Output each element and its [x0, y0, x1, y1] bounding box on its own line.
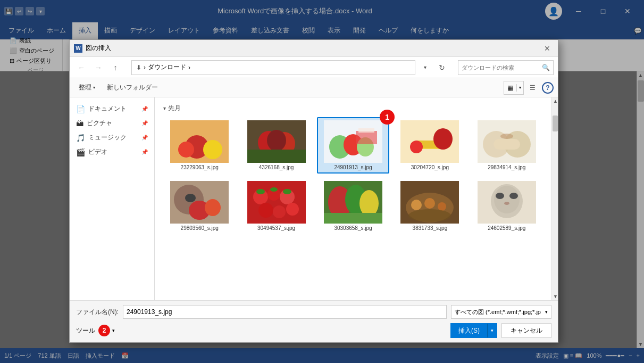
sidebar-item-documents[interactable]: 📄 ドキュメント 📌	[70, 102, 154, 116]
refresh-button[interactable]: ↻	[434, 60, 449, 75]
music-label: ミュージック	[88, 133, 127, 142]
insert-dropdown-button[interactable]: ▾	[488, 324, 497, 337]
filename-input[interactable]	[123, 305, 447, 319]
sidebar-item-music[interactable]: 🎵 ミュージック 📌	[70, 130, 154, 145]
organize-button[interactable]: 整理 ▾	[74, 81, 100, 95]
nav-back-button[interactable]: ←	[74, 60, 89, 75]
filetype-dropdown[interactable]: すべての図 (*.emf;*.wmf;*.jpg;*.jp ▾	[451, 305, 551, 319]
path-separator2: ›	[188, 64, 190, 71]
view-grid-icon: ▦	[507, 84, 513, 92]
svg-point-19	[410, 141, 423, 153]
svg-point-43	[359, 190, 379, 217]
file-thumb-3	[324, 120, 382, 163]
dialog-scroll-thumb[interactable]	[553, 116, 558, 131]
file-item-7[interactable]: 30494537_s.jpg	[240, 178, 312, 234]
dialog-app-icon: W	[74, 44, 82, 53]
insert-button-group: 挿入(S) ▾	[450, 323, 497, 338]
svg-rect-14	[358, 128, 374, 133]
footer-row1: ファイル名(N): すべての図 (*.emf;*.wmf;*.jpg;*.jp …	[76, 305, 551, 319]
svg-rect-13	[356, 131, 377, 144]
svg-point-55	[509, 193, 518, 199]
pin-icon-2: 📌	[141, 135, 148, 141]
documents-label: ドキュメント	[88, 104, 127, 113]
file-thumb-5	[478, 120, 536, 163]
video-icon: 🎬	[76, 148, 85, 156]
dialog-close-button[interactable]: ✕	[541, 42, 554, 55]
svg-point-7	[267, 130, 286, 151]
video-label: ビデオ	[88, 147, 107, 156]
svg-point-56	[504, 202, 509, 205]
help-button[interactable]: ?	[542, 82, 554, 94]
file-item-5[interactable]: 29834914_s.jpg	[471, 117, 543, 174]
path-dropdown-button[interactable]: ▾	[417, 60, 432, 75]
dialog-title: 図の挿入	[86, 44, 538, 53]
pin-icon-3: 📌	[141, 149, 148, 155]
file-thumb-1	[170, 120, 229, 163]
svg-point-50	[408, 209, 451, 222]
section-toggle[interactable]: ▾	[163, 105, 166, 111]
annotation-2: 2	[98, 325, 110, 336]
svg-point-38	[270, 187, 278, 192]
music-icon: 🎵	[76, 134, 85, 142]
file-name-4: 30204720_s.jpg	[411, 164, 449, 170]
view-buttons: ▦ ▾ ☰	[504, 81, 540, 95]
file-item-8[interactable]: 30303658_s.jpg	[317, 178, 389, 234]
sidebar-item-video[interactable]: 🎬 ビデオ 📌	[70, 145, 154, 159]
search-input[interactable]	[458, 64, 539, 71]
svg-point-2	[203, 140, 222, 159]
file-item-9[interactable]: 3831733_s.jpg	[394, 178, 466, 234]
tools-area: ツール 2 ▾	[76, 325, 115, 336]
new-folder-label: 新しいフォルダー	[107, 83, 158, 92]
dialog-scroll-up[interactable]: ▲	[552, 97, 558, 105]
file-thumb-10	[478, 181, 536, 224]
file-item-2[interactable]: 4326168_s.jpg	[240, 117, 312, 174]
organize-label: 整理	[79, 83, 91, 92]
tools-caret-icon[interactable]: ▾	[112, 328, 115, 333]
file-item-3[interactable]: 24901913_s.jpg	[317, 117, 389, 174]
file-thumb-8	[324, 181, 382, 224]
pin-icon-1: 📌	[141, 120, 148, 126]
file-thumb-6	[170, 181, 229, 224]
sidebar-item-pictures[interactable]: 🏔 ピクチャ 📌	[70, 116, 154, 130]
files-grid: 23229063_s.jpg 4326168_s	[159, 117, 547, 234]
insert-button[interactable]: 挿入(S)	[451, 324, 488, 337]
file-name-7: 30494537_s.jpg	[257, 225, 295, 231]
svg-point-24	[500, 134, 513, 139]
svg-rect-23	[494, 139, 520, 150]
file-item-6[interactable]: 29803560_s.jpg	[163, 178, 236, 234]
file-item-4[interactable]: 30204720_s.jpg	[394, 117, 466, 174]
svg-point-34	[258, 203, 273, 218]
nav-path[interactable]: ⬇ › ダウンロード ›	[131, 60, 415, 75]
svg-point-39	[283, 189, 291, 194]
pictures-icon: 🏔	[76, 119, 83, 128]
svg-point-53	[494, 186, 520, 213]
nav-forward-button[interactable]: →	[91, 60, 106, 75]
pin-icon-0: 📌	[141, 106, 148, 112]
svg-point-18	[433, 128, 453, 150]
new-folder-button[interactable]: 新しいフォルダー	[102, 81, 163, 95]
file-name-10: 24602589_s.jpg	[488, 225, 525, 231]
filename-label: ファイル名(N):	[76, 308, 119, 317]
svg-rect-8	[247, 150, 306, 163]
file-name-6: 29803560_s.jpg	[181, 225, 219, 231]
cancel-button[interactable]: キャンセル	[501, 323, 551, 338]
dialog-scrollbar[interactable]: ▲ ▼	[551, 97, 558, 300]
view-details-button[interactable]: ☰	[525, 81, 540, 95]
dialog-overlay: W 図の挿入 ✕ ← → ↑ ⬇ › ダウンロード › ▾ ↻ 🔍	[0, 0, 644, 363]
organize-caret-icon: ▾	[93, 85, 95, 90]
tools-label[interactable]: ツール	[76, 326, 95, 335]
section-label: ▾ 先月	[159, 102, 547, 117]
file-name-5: 29834914_s.jpg	[488, 164, 525, 170]
view-main-button[interactable]: ▦	[504, 84, 517, 92]
view-dropdown-button[interactable]: ▾	[517, 85, 523, 90]
insert-image-dialog: W 図の挿入 ✕ ← → ↑ ⬇ › ダウンロード › ▾ ↻ 🔍	[69, 39, 558, 343]
file-name-3: 24901913_s.jpg	[334, 164, 372, 170]
path-part-downloads: ダウンロード	[148, 63, 186, 72]
footer-row2: ツール 2 ▾ 挿入(S) ▾ キャンセル	[76, 323, 551, 338]
nav-up-button[interactable]: ↑	[108, 60, 123, 75]
dialog-scroll-down[interactable]: ▼	[552, 293, 558, 300]
search-icon: 🔍	[539, 64, 553, 71]
svg-rect-44	[324, 213, 382, 224]
file-item-1[interactable]: 23229063_s.jpg	[163, 117, 236, 174]
file-item-10[interactable]: 24602589_s.jpg	[471, 178, 543, 234]
